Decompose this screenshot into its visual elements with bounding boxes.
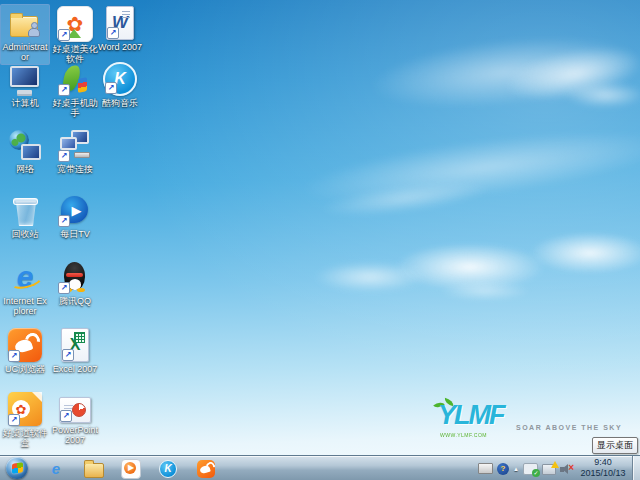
qq-scarf-icon: [66, 273, 83, 277]
help-icon[interactable]: ?: [497, 463, 509, 475]
icon-label: Excel 2007: [51, 364, 99, 374]
cloud: [440, 282, 530, 300]
ie-icon: e: [52, 461, 60, 476]
ylmf-url: WWW.YLMF.COM: [440, 433, 487, 438]
desktop-icon-kugou-music[interactable]: K ↗ 酷狗音乐: [96, 60, 144, 111]
security-icon[interactable]: ✓: [523, 463, 538, 475]
desktop-icon-internet-explorer[interactable]: e Internet Explorer: [0, 258, 50, 319]
cloud: [315, 262, 425, 292]
icon-label: 好桌手机助手: [51, 98, 99, 118]
show-hidden-icons-button[interactable]: ▲: [513, 466, 519, 472]
taskbar-media-player[interactable]: ▶: [119, 458, 143, 479]
check-badge-icon: ✓: [532, 469, 540, 477]
desktop-icon-recycle-bin[interactable]: 回收站: [0, 191, 50, 242]
network-icon: [8, 128, 42, 162]
taskbar-clock[interactable]: 9:40 2015/10/13: [575, 457, 631, 479]
icon-label: 计算机: [1, 98, 49, 108]
ie-glyph: e: [8, 260, 42, 294]
shortcut-arrow-icon: ↗: [58, 84, 70, 96]
media-player-icon: ▶: [121, 459, 141, 479]
network-status-icon[interactable]: [542, 464, 556, 475]
taskbar-windows-explorer[interactable]: [82, 458, 106, 479]
shortcut-arrow-icon: ↗: [8, 350, 20, 362]
broadband-icon: ↗: [58, 128, 92, 162]
user-silhouette-icon: [28, 22, 39, 37]
ylmf-watermark: YLMF SOAR ABOVE THE SKY WWW.YLMF.COM: [428, 402, 603, 444]
desktop-icon-word-2007[interactable]: W ↗ Word 2007: [96, 4, 144, 55]
show-desktop-button[interactable]: [632, 456, 640, 480]
volume-muted-icon[interactable]: ×: [560, 463, 574, 475]
desktop[interactable]: Administrator ✿ ↗ 好桌道美化软件 W ↗ Word 2007 …: [0, 0, 640, 480]
user-folder-icon: [8, 6, 42, 40]
powerpoint-icon: ↗: [59, 397, 91, 423]
ie-icon: e: [8, 260, 42, 294]
mute-x-icon: ×: [568, 462, 574, 474]
desktop-icon-broadband[interactable]: ↗ 宽带连接: [50, 126, 100, 177]
taskbar-uc-browser[interactable]: [194, 458, 218, 479]
play-glyph: ▶: [122, 460, 139, 476]
taskbar-internet-explorer[interactable]: e: [44, 458, 68, 479]
desktop-icon-powerpoint-2007[interactable]: ↗ PowerPoint 2007: [50, 390, 100, 448]
icon-label: Administrator: [1, 42, 49, 62]
modem-icon: [74, 152, 90, 158]
start-button[interactable]: [6, 457, 28, 479]
shortcut-arrow-icon: ↗: [107, 27, 119, 39]
computer-icon: [8, 62, 42, 96]
icon-label: 腾讯QQ: [51, 296, 99, 306]
folder-icon: [84, 463, 104, 478]
desktop-icon-phone-assistant[interactable]: ↗ 好桌手机助手: [50, 60, 100, 121]
phone-assistant-icon: ↗: [58, 62, 92, 96]
cloud: [565, 82, 640, 108]
icon-label: 酷狗音乐: [97, 98, 143, 108]
flower-icon: ✿ ↗: [57, 6, 93, 42]
desktop-icon-meiri-tv[interactable]: ▶ ↗ 每日TV: [50, 191, 100, 242]
desktop-icon-tencent-qq[interactable]: ↗ 腾讯QQ: [50, 258, 100, 309]
software-box-icon: ✿ ↗: [8, 392, 42, 426]
desktop-icon-haozhuodao-beautify[interactable]: ✿ ↗ 好桌道美化软件: [50, 4, 100, 67]
desktop-icon-haozhuodao-box[interactable]: ✿ ↗ 好桌道软件盒: [0, 390, 50, 451]
icon-label: UC浏览器: [1, 364, 49, 374]
icon-label: 好桌道软件盒: [1, 428, 49, 448]
input-method-icon[interactable]: [478, 463, 493, 474]
icon-label: 宽带连接: [51, 164, 99, 174]
desktop-icon-administrator[interactable]: Administrator: [0, 4, 50, 65]
warning-triangle-icon: [551, 461, 559, 468]
icon-label: 网络: [1, 164, 49, 174]
clock-date: 2015/10/13: [575, 468, 631, 479]
taskbar: e ▶ K ? ▲ ✓ × 9:40 2015/10/13: [0, 455, 640, 480]
kugou-glyph: K: [160, 461, 176, 477]
shortcut-arrow-icon: ↗: [62, 349, 74, 361]
shortcut-arrow-icon: ↗: [105, 82, 117, 94]
qq-penguin-icon: ↗: [58, 260, 92, 294]
shortcut-arrow-icon: ↗: [58, 215, 70, 227]
word-icon: W ↗: [106, 6, 134, 40]
icon-label: Word 2007: [97, 42, 143, 52]
kugou-icon: K: [159, 460, 177, 478]
ylmf-tagline: SOAR ABOVE THE SKY: [516, 424, 622, 431]
icon-label: 每日TV: [51, 229, 99, 239]
excel-icon: X ↗: [61, 328, 89, 362]
shortcut-arrow-icon: ↗: [60, 410, 72, 422]
desktop-icon-uc-browser[interactable]: ↗ UC浏览器: [0, 326, 50, 377]
uc-squirrel-icon: ↗: [8, 328, 42, 362]
cloud: [530, 232, 640, 274]
desktop-icon-network[interactable]: 网络: [0, 126, 50, 177]
show-desktop-tooltip: 显示桌面: [592, 437, 638, 454]
recycle-bin-icon: [8, 193, 42, 227]
icon-label: PowerPoint 2007: [51, 425, 99, 445]
shortcut-arrow-icon: ↗: [58, 282, 70, 294]
desktop-icon-excel-2007[interactable]: X ↗ Excel 2007: [50, 326, 100, 377]
shortcut-arrow-icon: ↗: [8, 414, 20, 426]
taskbar-kugou[interactable]: K: [156, 458, 180, 479]
clock-time: 9:40: [575, 457, 631, 468]
tv-play-icon: ▶ ↗: [58, 193, 92, 227]
ylmf-logo-text: YLMF: [438, 400, 504, 431]
icon-label: Internet Explorer: [1, 296, 49, 316]
windows-flag-icon: [12, 462, 23, 474]
shortcut-arrow-icon: ↗: [58, 150, 70, 162]
icon-label: 回收站: [1, 229, 49, 239]
kugou-icon: K ↗: [103, 62, 137, 96]
shortcut-arrow-icon: ↗: [58, 29, 70, 41]
desktop-icon-computer[interactable]: 计算机: [0, 60, 50, 111]
uc-squirrel-icon: [197, 460, 215, 478]
